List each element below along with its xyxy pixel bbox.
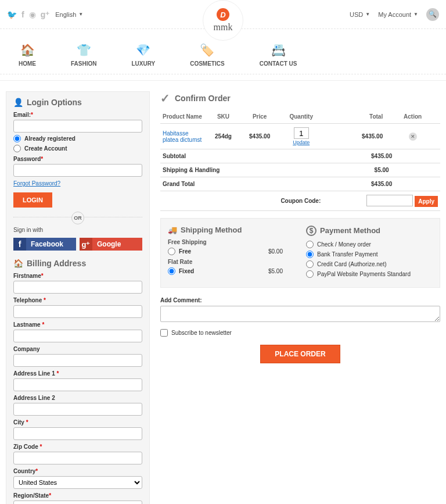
flat-rate-label: Flat Rate: [168, 259, 294, 265]
addr1-label: Address Line 1 *: [13, 370, 142, 377]
logo-text: mmk: [214, 22, 233, 33]
pay-paypal-radio[interactable]: [306, 270, 314, 278]
dribbble-icon[interactable]: ◉: [29, 10, 36, 19]
site-logo[interactable]: D mmk: [203, 0, 243, 41]
order-row: Habitasse platea dictumst 254dg $435.00 …: [160, 124, 440, 149]
billing-title: 🏠 Billing Address: [13, 259, 142, 268]
chevron-down-icon: ▼: [413, 12, 418, 17]
forgot-password-link[interactable]: Forgot Password?: [13, 180, 60, 187]
shipping-value: $5.00: [323, 163, 440, 177]
flat-rate-radio[interactable]: [168, 267, 175, 275]
login-panel: 👤 Login Options Email:* Already register…: [6, 91, 150, 504]
nav-contact[interactable]: 📇CONTACT US: [260, 43, 297, 67]
free-shipping-radio[interactable]: [168, 248, 175, 255]
search-button[interactable]: 🔍: [426, 8, 439, 21]
fb-label: Facebook: [31, 240, 63, 248]
telephone-label: Telephone *: [13, 297, 142, 303]
telephone-input[interactable]: [13, 305, 142, 318]
google-icon[interactable]: g⁺: [41, 10, 50, 19]
shipping-title: Shipping Method: [181, 226, 242, 234]
company-input[interactable]: [13, 354, 142, 367]
lastname-input[interactable]: [13, 330, 142, 342]
facebook-icon: f: [13, 238, 26, 251]
flat-opt: Fixed: [179, 268, 194, 274]
nav-luxury[interactable]: 💎LUXURY: [131, 43, 155, 67]
user-icon: 👤: [13, 98, 23, 107]
coupon-input[interactable]: [366, 195, 413, 206]
place-order-button[interactable]: PLACE ORDER: [260, 345, 340, 363]
nav-cosmetics[interactable]: 🏷️COSMETICS: [190, 43, 224, 67]
th-sku: SKU: [207, 110, 240, 124]
nav-home[interactable]: 🏠HOME: [19, 43, 36, 67]
city-input[interactable]: [13, 427, 142, 440]
free-opt: Free: [179, 248, 191, 255]
facebook-login-button[interactable]: fFacebook: [13, 238, 76, 251]
nav-fashion[interactable]: 👕FASHION: [71, 43, 96, 67]
total-cell: $435.00: [323, 124, 385, 149]
update-link[interactable]: Update: [293, 140, 310, 145]
or-divider: OR: [71, 212, 84, 224]
pay-opt-3: PayPal Website Payments Standard: [317, 271, 411, 277]
chevron-down-icon: ▼: [78, 12, 83, 17]
grand-label: Grand Total: [160, 177, 323, 191]
pay-bank-radio[interactable]: [306, 251, 314, 258]
language-label: English: [55, 11, 76, 18]
facebook-icon[interactable]: f: [21, 10, 24, 19]
confirm-order-text: Confirm Order: [175, 94, 231, 103]
city-label: City *: [13, 419, 142, 426]
price-cell: $435.00: [240, 124, 279, 149]
password-input[interactable]: [13, 164, 142, 177]
login-button[interactable]: LOGIN: [13, 192, 52, 208]
twitter-icon[interactable]: 🐦: [7, 10, 17, 19]
addr2-input[interactable]: [13, 403, 142, 416]
th-qty: Quantity: [279, 110, 323, 124]
quantity-input[interactable]: [294, 127, 309, 139]
currency-label: USD: [350, 11, 363, 18]
th-total: Total: [323, 110, 385, 124]
remove-button[interactable]: ✕: [409, 133, 417, 141]
firstname-input[interactable]: [13, 281, 142, 294]
sku-cell: 254dg: [207, 124, 240, 149]
login-title-text: Login Options: [27, 98, 82, 107]
login-title: 👤 Login Options: [13, 98, 142, 107]
pay-check-radio[interactable]: [306, 241, 314, 248]
language-selector[interactable]: English ▼: [55, 11, 83, 18]
email-label: Email:*: [13, 112, 142, 118]
email-input[interactable]: [13, 120, 142, 133]
subscribe-checkbox[interactable]: [160, 329, 168, 337]
pay-cc-radio[interactable]: [306, 260, 314, 268]
subtotal-label: Subtotal: [160, 149, 323, 163]
home-icon: 🏠: [20, 43, 35, 57]
apply-button[interactable]: Apply: [415, 196, 438, 207]
contact-icon: 📇: [271, 43, 286, 57]
dollar-icon: $: [306, 226, 316, 236]
google-login-button[interactable]: g⁺Google: [80, 238, 142, 251]
addr1-input[interactable]: [13, 378, 142, 391]
zip-input[interactable]: [13, 452, 142, 464]
tag-icon: 🏷️: [200, 43, 214, 57]
country-select[interactable]: United States: [13, 476, 142, 489]
nav-label: HOME: [19, 60, 36, 67]
free-price: $0.00: [268, 248, 283, 255]
currency-selector[interactable]: USD ▼: [350, 11, 370, 18]
addr2-label: Address Line 2: [13, 395, 142, 401]
th-product: Product Name: [160, 110, 207, 124]
pay-opt-1: Bank Transfer Payment: [317, 251, 378, 258]
region-select[interactable]: Please Select: [13, 501, 142, 504]
product-link[interactable]: Habitasse platea dictumst: [163, 130, 202, 143]
shirt-icon: 👕: [77, 43, 91, 57]
search-icon: 🔍: [429, 10, 437, 18]
lastname-label: Lastname *: [13, 321, 142, 328]
already-label: Already registered: [24, 135, 75, 142]
account-menu[interactable]: My Account ▼: [378, 11, 418, 18]
region-label: Region/State*: [13, 492, 142, 499]
signin-with-label: Sign in with: [13, 227, 142, 233]
create-account-radio[interactable]: [13, 145, 21, 152]
flat-price: $5.00: [268, 268, 283, 274]
th-price: Price: [240, 110, 279, 124]
comment-textarea[interactable]: [160, 306, 440, 322]
nav-label: COSMETICS: [190, 60, 224, 67]
already-registered-radio[interactable]: [13, 135, 21, 142]
payment-title: Payment Method: [320, 226, 380, 235]
account-label: My Account: [378, 11, 411, 18]
